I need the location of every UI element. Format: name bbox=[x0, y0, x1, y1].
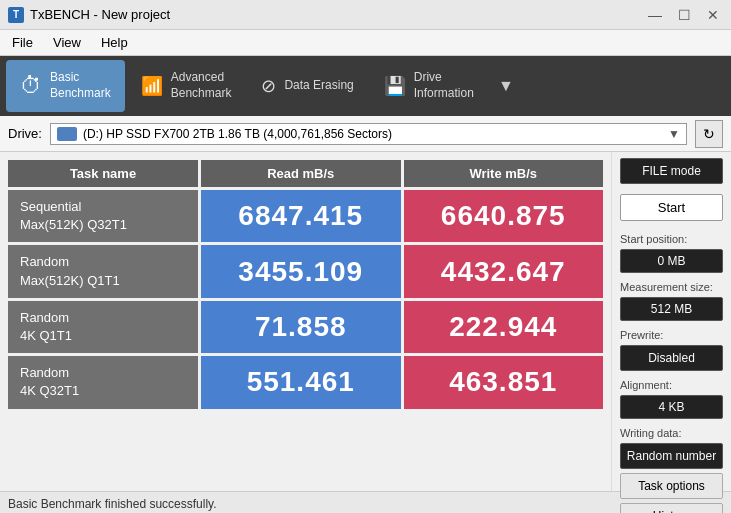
task-options-button[interactable]: Task options bbox=[620, 473, 723, 499]
toolbar-dropdown-button[interactable]: ▼ bbox=[492, 60, 520, 112]
drive-information-icon: 💾 bbox=[384, 77, 406, 95]
row1-write: 6640.875 bbox=[404, 190, 604, 242]
table-header: Task name Read mB/s Write mB/s bbox=[8, 160, 603, 187]
basic-benchmark-label: BasicBenchmark bbox=[50, 70, 111, 101]
col-read: Read mB/s bbox=[201, 160, 401, 187]
drive-select-arrow: ▼ bbox=[668, 127, 680, 141]
row3-label: Random4K Q1T1 bbox=[8, 301, 198, 353]
drive-text: (D:) HP SSD FX700 2TB 1.86 TB (4,000,761… bbox=[83, 127, 392, 141]
row1-read: 6847.415 bbox=[201, 190, 401, 242]
refresh-icon: ↻ bbox=[703, 126, 715, 142]
file-mode-button[interactable]: FILE mode bbox=[620, 158, 723, 184]
drive-information-label: DriveInformation bbox=[414, 70, 474, 101]
advanced-benchmark-label: AdvancedBenchmark bbox=[171, 70, 232, 101]
row1-label: SequentialMax(512K) Q32T1 bbox=[8, 190, 198, 242]
alignment-label: Alignment: bbox=[620, 379, 723, 391]
writing-data-label: Writing data: bbox=[620, 427, 723, 439]
col-write: Write mB/s bbox=[404, 160, 604, 187]
writing-data-value[interactable]: Random number bbox=[620, 443, 723, 469]
close-button[interactable]: ✕ bbox=[703, 7, 723, 23]
row2-read: 3455.109 bbox=[201, 245, 401, 297]
minimize-button[interactable]: — bbox=[644, 7, 666, 23]
col-task-name: Task name bbox=[8, 160, 198, 187]
data-erasing-label: Data Erasing bbox=[284, 78, 353, 94]
main-panel: Task name Read mB/s Write mB/s Sequentia… bbox=[0, 152, 611, 491]
maximize-button[interactable]: ☐ bbox=[674, 7, 695, 23]
tab-basic-benchmark[interactable]: ⏱ BasicBenchmark bbox=[6, 60, 125, 112]
table-row: Random4K Q1T1 71.858 222.944 bbox=[8, 301, 603, 353]
window-title: TxBENCH - New project bbox=[30, 7, 170, 22]
advanced-benchmark-icon: 📶 bbox=[141, 77, 163, 95]
measurement-size-label: Measurement size: bbox=[620, 281, 723, 293]
menu-help[interactable]: Help bbox=[97, 33, 132, 52]
menu-bar: File View Help bbox=[0, 30, 731, 56]
row2-write: 4432.647 bbox=[404, 245, 604, 297]
start-position-label: Start position: bbox=[620, 233, 723, 245]
row4-write: 463.851 bbox=[404, 356, 604, 408]
drive-bar: Drive: (D:) HP SSD FX700 2TB 1.86 TB (4,… bbox=[0, 116, 731, 152]
drive-select[interactable]: (D:) HP SSD FX700 2TB 1.86 TB (4,000,761… bbox=[50, 123, 687, 145]
prewrite-label: Prewrite: bbox=[620, 329, 723, 341]
app-icon: T bbox=[8, 7, 24, 23]
menu-view[interactable]: View bbox=[49, 33, 85, 52]
tab-data-erasing[interactable]: ⊘ Data Erasing bbox=[247, 60, 367, 112]
data-erasing-icon: ⊘ bbox=[261, 77, 276, 95]
right-panel: FILE mode Start Start position: 0 MB Mea… bbox=[611, 152, 731, 491]
prewrite-value[interactable]: Disabled bbox=[620, 345, 723, 371]
history-button[interactable]: History bbox=[620, 503, 723, 513]
tab-advanced-benchmark[interactable]: 📶 AdvancedBenchmark bbox=[127, 60, 246, 112]
measurement-size-value: 512 MB bbox=[620, 297, 723, 321]
row4-label: Random4K Q32T1 bbox=[8, 356, 198, 408]
table-row: SequentialMax(512K) Q32T1 6847.415 6640.… bbox=[8, 190, 603, 242]
drive-refresh-button[interactable]: ↻ bbox=[695, 120, 723, 148]
content-area: Task name Read mB/s Write mB/s Sequentia… bbox=[0, 152, 731, 491]
row3-write: 222.944 bbox=[404, 301, 604, 353]
row4-read: 551.461 bbox=[201, 356, 401, 408]
table-row: RandomMax(512K) Q1T1 3455.109 4432.647 bbox=[8, 245, 603, 297]
drive-label: Drive: bbox=[8, 126, 42, 141]
table-row: Random4K Q32T1 551.461 463.851 bbox=[8, 356, 603, 408]
title-bar-left: T TxBENCH - New project bbox=[8, 7, 170, 23]
row2-label: RandomMax(512K) Q1T1 bbox=[8, 245, 198, 297]
basic-benchmark-icon: ⏱ bbox=[20, 75, 42, 97]
tab-drive-information[interactable]: 💾 DriveInformation bbox=[370, 60, 488, 112]
title-bar: T TxBENCH - New project — ☐ ✕ bbox=[0, 0, 731, 30]
toolbar: ⏱ BasicBenchmark 📶 AdvancedBenchmark ⊘ D… bbox=[0, 56, 731, 116]
drive-icon bbox=[57, 127, 77, 141]
menu-file[interactable]: File bbox=[8, 33, 37, 52]
start-position-value: 0 MB bbox=[620, 249, 723, 273]
title-bar-controls[interactable]: — ☐ ✕ bbox=[644, 7, 723, 23]
status-text: Basic Benchmark finished successfully. bbox=[8, 497, 217, 511]
alignment-value: 4 KB bbox=[620, 395, 723, 419]
start-button[interactable]: Start bbox=[620, 194, 723, 221]
row3-read: 71.858 bbox=[201, 301, 401, 353]
